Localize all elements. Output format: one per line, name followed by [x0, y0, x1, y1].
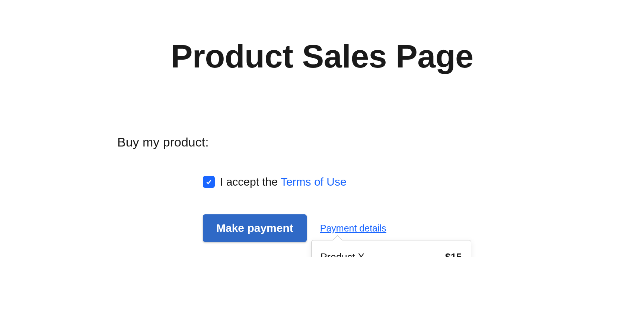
payment-details-link[interactable]: Payment details [320, 223, 386, 233]
terms-checkbox-row: I accept the Terms of Use [203, 176, 527, 188]
payment-details-popover: Product X $15 Total $15 [311, 240, 471, 257]
buy-prompt: Buy my product: [117, 135, 527, 149]
line-item-price: $15 [445, 252, 462, 257]
line-item: Product X $15 [321, 249, 462, 257]
terms-prefix-text: I accept the [220, 176, 281, 188]
make-payment-button[interactable]: Make payment [203, 214, 307, 242]
terms-checkbox[interactable] [203, 176, 215, 188]
page-title: Product Sales Page [117, 37, 527, 75]
check-icon [205, 179, 212, 185]
terms-of-use-link[interactable]: Terms of Use [281, 176, 347, 188]
line-item-label: Product X [321, 252, 365, 257]
